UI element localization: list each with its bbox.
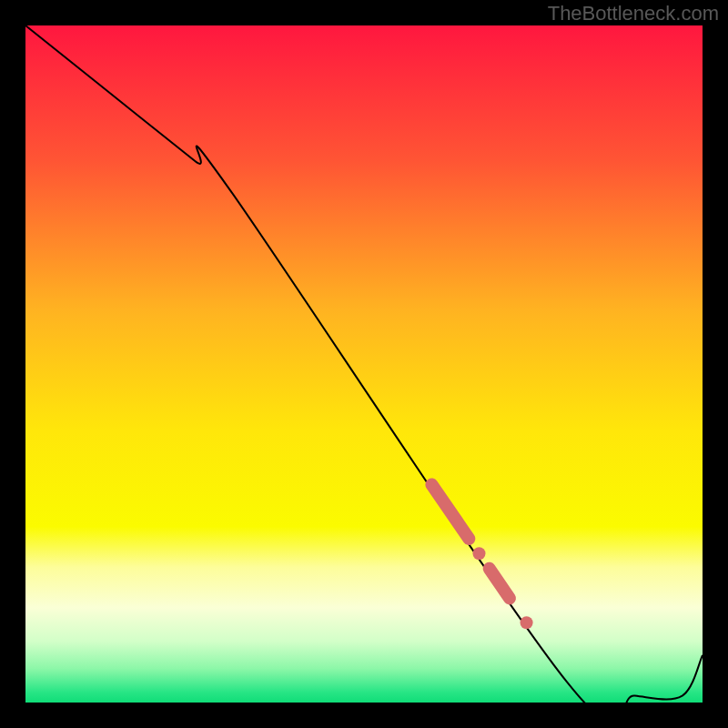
marker-point	[472, 547, 485, 560]
plot-area	[25, 25, 703, 703]
chart-frame: TheBottleneck.com	[0, 0, 728, 728]
chart-svg	[25, 25, 703, 703]
watermark-label: TheBottleneck.com	[548, 2, 719, 25]
gradient-background	[25, 25, 703, 703]
marker-point	[521, 616, 533, 629]
